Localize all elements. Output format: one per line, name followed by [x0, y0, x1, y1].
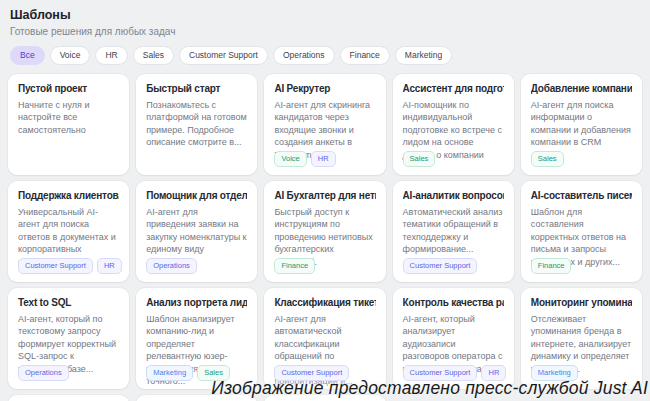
- tag-finance: Finance: [531, 258, 572, 274]
- card-description: AI-агент для поиска информации о компани…: [531, 99, 632, 149]
- card-tags: Finance: [274, 258, 315, 274]
- tag-operations: Operations: [18, 365, 69, 381]
- template-card[interactable]: AI РекрутерAI-агент для скрининга кандид…: [264, 74, 385, 175]
- card-title: Пустой проект: [18, 83, 119, 94]
- card-title: AI Рекрутер: [274, 83, 375, 94]
- card-title: Мониторинг упомина...: [531, 297, 632, 308]
- card-tags: Sales: [403, 151, 436, 167]
- card-description: AI-агент для приведения заявки на закупк…: [146, 206, 247, 256]
- template-card[interactable]: AI Бухгалтер для нети...Быстрый доступ к…: [264, 181, 385, 282]
- template-card[interactable]: AI-составитель писем ...Шаблон для соста…: [521, 181, 642, 282]
- page-title: Шаблоны: [10, 8, 640, 22]
- card-title: Поддержка клиентов/...: [18, 190, 119, 201]
- template-card[interactable]: Помощник по работе ...: [8, 395, 129, 401]
- card-tags: Operations: [18, 365, 69, 381]
- template-card[interactable]: AI-аналитик вопросов...Автоматический ан…: [393, 181, 514, 282]
- tag-voice: Voice: [274, 151, 306, 167]
- press-credit-watermark: Изображение предоставлено пресс-службой …: [211, 378, 648, 399]
- filter-pill-voice[interactable]: Voice: [50, 46, 91, 65]
- card-description: Познакомьтесь с платформой на готовом пр…: [146, 99, 247, 149]
- card-description: Автоматический анализ тематики обращений…: [403, 206, 504, 256]
- filter-pill-finance[interactable]: Finance: [340, 46, 390, 65]
- tag-hr: HR: [311, 151, 336, 167]
- card-title: Text to SQL: [18, 297, 119, 308]
- template-card[interactable]: Text to SQLAI-агент, который по текстово…: [8, 288, 129, 389]
- template-card[interactable]: Контроль качества ра...AI-агент, который…: [393, 288, 514, 389]
- card-title: Добавление компани...: [531, 83, 632, 94]
- filter-pills: ВсеVoiceHRSalesCustomer SupportOperation…: [0, 46, 650, 65]
- filter-pill-operations[interactable]: Operations: [273, 46, 335, 65]
- tag-finance: Finance: [274, 258, 315, 274]
- template-cards-grid: Пустой проектНачните с нуля и настройте …: [0, 74, 650, 401]
- filter-pill-hr[interactable]: HR: [95, 46, 127, 65]
- card-tags: Sales: [531, 151, 564, 167]
- tag-customer-support: Customer Support: [18, 258, 93, 274]
- card-tags: Customer Support: [403, 258, 478, 274]
- tag-marketing: Marketing: [146, 365, 193, 381]
- template-card[interactable]: Классификация тикетовAI-агент для автома…: [264, 288, 385, 389]
- template-card[interactable]: Мониторинг упомина...Отслеживает упомина…: [521, 288, 642, 389]
- card-tags: Customer SupportHR: [18, 258, 122, 274]
- card-title: AI-аналитик вопросов...: [403, 190, 504, 201]
- template-card[interactable]: Пустой проектНачните с нуля и настройте …: [8, 74, 129, 175]
- tag-sales: Sales: [403, 151, 436, 167]
- card-description: Начните с нуля и настройте все самостоят…: [18, 99, 119, 137]
- page-subtitle: Готовые решения для любых задач: [10, 26, 640, 37]
- card-tags: Finance: [531, 258, 572, 274]
- card-title: Анализ портрета лида: [146, 297, 247, 308]
- page-header: Шаблоны Готовые решения для любых задач: [0, 0, 650, 37]
- card-title: AI Бухгалтер для нети...: [274, 190, 375, 201]
- tag-sales: Sales: [531, 151, 564, 167]
- card-title: Помощник для отдела...: [146, 190, 247, 201]
- template-card[interactable]: Быстрый стартПознакомьтесь с платформой …: [136, 74, 257, 175]
- card-title: AI-составитель писем ...: [531, 190, 632, 201]
- template-card[interactable]: Добавление компани...AI-агент для поиска…: [521, 74, 642, 175]
- card-tags: Operations: [146, 258, 197, 274]
- card-title: Контроль качества ра...: [403, 297, 504, 308]
- template-card[interactable]: Анализ портрета лидаШаблон анализирует к…: [136, 288, 257, 389]
- card-title: Ассистент для подгот...: [403, 83, 504, 94]
- tag-operations: Operations: [146, 258, 197, 274]
- filter-pill-все[interactable]: Все: [10, 46, 45, 65]
- template-card[interactable]: Ассистент для подгот...AI-помощник по ин…: [393, 74, 514, 175]
- tag-hr: HR: [97, 258, 122, 274]
- tag-customer-support: Customer Support: [403, 258, 478, 274]
- card-title: Быстрый старт: [146, 83, 247, 94]
- filter-pill-marketing[interactable]: Marketing: [395, 46, 452, 65]
- filter-pill-sales[interactable]: Sales: [133, 46, 174, 65]
- template-card[interactable]: Помощник для отдела...AI-агент для приве…: [136, 181, 257, 282]
- template-card[interactable]: Поддержка клиентов/...Универсальный AI-а…: [8, 181, 129, 282]
- filter-pill-customer-support[interactable]: Customer Support: [179, 46, 268, 65]
- card-title: Классификация тикетов: [274, 297, 375, 308]
- card-tags: VoiceHR: [274, 151, 335, 167]
